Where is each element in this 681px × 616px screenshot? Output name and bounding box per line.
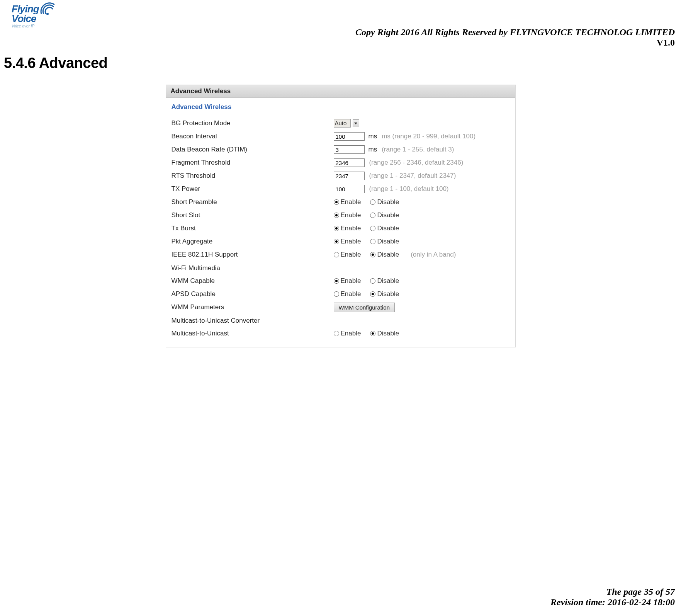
radio-input[interactable] (370, 291, 375, 297)
beacon-interval-hint: ms (range 20 - 999, default 100) (382, 133, 476, 140)
wmm-capable-enable[interactable]: Enable (334, 277, 361, 285)
dtim-hint: (range 1 - 255, default 3) (382, 146, 454, 153)
wmm-params-label: WMM Parameters (172, 303, 334, 311)
bg-protection-select[interactable]: Auto (334, 119, 351, 128)
apsd-capable-disable[interactable]: Disable (370, 290, 399, 298)
radio-input[interactable] (334, 226, 339, 231)
short-slot-label: Short Slot (172, 211, 334, 219)
ieee80211h-enable[interactable]: Enable (334, 251, 361, 259)
radio-input[interactable] (370, 213, 375, 218)
document-footer: The page 35 of 57 Revision time: 2016-02… (550, 587, 675, 607)
rts-label: RTS Threshold (172, 172, 334, 180)
bg-protection-label: BG Protection Mode (172, 119, 334, 127)
version-line: V1.0 (355, 37, 675, 48)
dtim-label: Data Beacon Rate (DTIM) (172, 146, 334, 153)
tx-burst-label: Tx Burst (172, 225, 334, 232)
dtim-input[interactable] (334, 145, 365, 154)
radio-label: Enable (341, 198, 361, 206)
short-preamble-disable[interactable]: Disable (370, 198, 399, 206)
revision-time: Revision time: 2016-02-24 18:00 (550, 597, 675, 607)
radio-input[interactable] (370, 252, 375, 257)
radio-label: Disable (377, 277, 399, 285)
wifi-arc-icon (39, 2, 56, 15)
pkt-aggregate-enable[interactable]: Enable (334, 238, 361, 245)
txpower-input[interactable] (334, 185, 365, 193)
apsd-capable-enable[interactable]: Enable (334, 290, 361, 298)
short-slot-disable[interactable]: Disable (370, 211, 399, 219)
radio-label: Enable (341, 251, 361, 259)
dropdown-icon[interactable] (353, 119, 359, 127)
radio-input[interactable] (334, 252, 339, 257)
frag-hint: (range 256 - 2346, default 2346) (369, 159, 464, 167)
radio-input[interactable] (334, 199, 339, 205)
radio-input[interactable] (370, 199, 375, 205)
radio-label: Enable (341, 238, 361, 245)
radio-input[interactable] (370, 331, 375, 336)
radio-label: Disable (377, 330, 399, 337)
logo: Flying Voice Voice over IP (12, 3, 54, 30)
radio-input[interactable] (334, 291, 339, 297)
pkt-aggregate-label: Pkt Aggregate (172, 238, 334, 245)
frag-input[interactable] (334, 158, 365, 167)
wmm-capable-label: WMM Capable (172, 277, 334, 285)
wmm-configuration-button[interactable]: WMM Configuration (334, 303, 395, 312)
rts-input[interactable] (334, 172, 365, 180)
beacon-interval-label: Beacon Interval (172, 133, 334, 140)
copyright-line: Copy Right 2016 All Rights Reserved by F… (355, 27, 675, 37)
ieee80211h-label: IEEE 802.11H Support (172, 251, 334, 259)
radio-input[interactable] (334, 239, 339, 244)
radio-label: Enable (341, 225, 361, 232)
tx-burst-disable[interactable]: Disable (370, 225, 399, 232)
radio-input[interactable] (370, 239, 375, 244)
rts-hint: (range 1 - 2347, default 2347) (369, 172, 456, 180)
ieee80211h-note: (only in A band) (411, 251, 456, 259)
radio-input[interactable] (334, 213, 339, 218)
m2u-disable[interactable]: Disable (370, 330, 399, 337)
txpower-label: TX Power (172, 185, 334, 193)
wmm-capable-disable[interactable]: Disable (370, 277, 399, 285)
svg-point-0 (46, 13, 49, 15)
radio-label: Disable (377, 238, 399, 245)
short-preamble-label: Short Preamble (172, 198, 334, 206)
logo-sub: Voice over IP (12, 24, 54, 28)
radio-input[interactable] (334, 331, 339, 336)
radio-label: Disable (377, 198, 399, 206)
short-preamble-enable[interactable]: Enable (334, 198, 361, 206)
section-title: Advanced Wireless (172, 103, 515, 111)
short-slot-enable[interactable]: Enable (334, 211, 361, 219)
document-header: Flying Voice Voice over IP Copy Right 20… (6, 0, 675, 46)
apsd-capable-label: APSD Capable (172, 290, 334, 298)
radio-label: Disable (377, 251, 399, 259)
radio-input[interactable] (334, 278, 339, 284)
wifi-mm-header: Wi-Fi Multimedia (172, 264, 334, 272)
radio-label: Enable (341, 277, 361, 285)
page-title: 5.4.6 Advanced (4, 55, 675, 71)
frag-label: Fragment Threshold (172, 159, 334, 167)
panel-header: Advanced Wireless (166, 85, 515, 98)
beacon-interval-input[interactable] (334, 132, 365, 141)
chevron-down-icon (354, 123, 357, 124)
radio-label: Disable (377, 211, 399, 219)
tx-burst-enable[interactable]: Enable (334, 225, 361, 232)
ieee80211h-disable[interactable]: Disable (370, 251, 399, 259)
radio-label: Enable (341, 211, 361, 219)
advanced-wireless-panel: Advanced Wireless Advanced Wireless BG P… (166, 85, 516, 347)
radio-input[interactable] (370, 226, 375, 231)
m2u-enable[interactable]: Enable (334, 330, 361, 337)
radio-input[interactable] (370, 278, 375, 284)
radio-label: Enable (341, 330, 361, 337)
page-number: The page 35 of 57 (550, 587, 675, 597)
beacon-interval-unit: ms (369, 133, 377, 140)
radio-label: Disable (377, 290, 399, 298)
dtim-unit: ms (369, 146, 377, 153)
radio-label: Disable (377, 225, 399, 232)
txpower-hint: (range 1 - 100, default 100) (369, 185, 449, 193)
m2u-label: Multicast-to-Unicast (172, 330, 334, 337)
radio-label: Enable (341, 290, 361, 298)
divider (170, 115, 511, 115)
pkt-aggregate-disable[interactable]: Disable (370, 238, 399, 245)
m2u-header: Multicast-to-Unicast Converter (172, 317, 334, 325)
